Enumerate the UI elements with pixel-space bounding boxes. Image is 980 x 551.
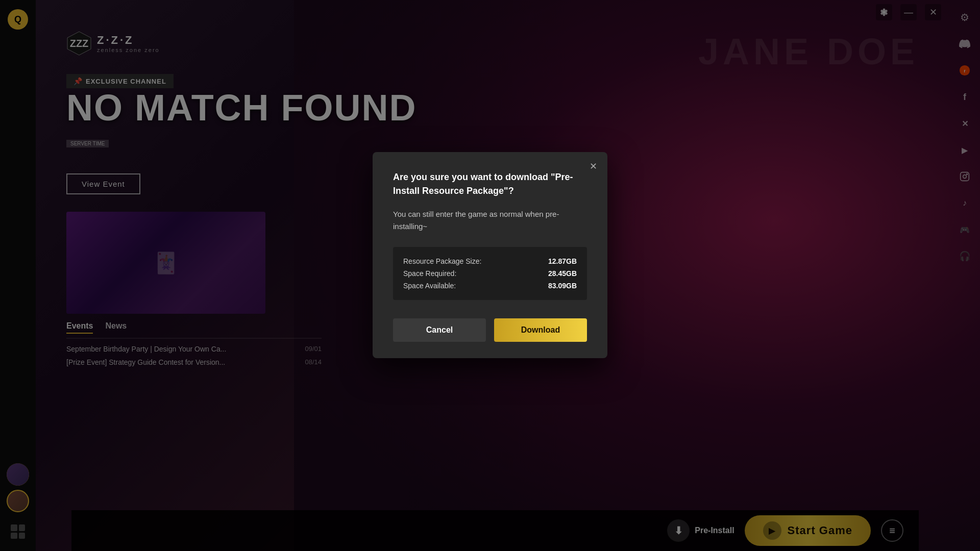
- package-size-label: Resource Package Size:: [403, 257, 481, 265]
- download-button[interactable]: Download: [494, 318, 587, 342]
- dialog-title: Are you sure you want to download "Pre-I…: [393, 170, 587, 198]
- space-available-value: 83.09GB: [548, 282, 577, 290]
- dialog-info-table: Resource Package Size: 12.87GB Space Req…: [393, 247, 587, 300]
- dialog-close-button[interactable]: ✕: [586, 159, 600, 173]
- space-available-row: Space Available: 83.09GB: [403, 280, 577, 292]
- dialog-subtitle: You can still enter the game as normal w…: [393, 208, 587, 233]
- cancel-button[interactable]: Cancel: [393, 318, 486, 342]
- package-size-row: Resource Package Size: 12.87GB: [403, 255, 577, 267]
- space-available-label: Space Available:: [403, 282, 456, 290]
- modal-backdrop[interactable]: ✕ Are you sure you want to download "Pre…: [0, 0, 980, 551]
- space-required-label: Space Required:: [403, 269, 456, 278]
- space-required-row: Space Required: 28.45GB: [403, 267, 577, 280]
- package-size-value: 12.87GB: [548, 257, 577, 265]
- dialog-buttons: Cancel Download: [393, 318, 587, 342]
- space-required-value: 28.45GB: [548, 269, 577, 278]
- download-dialog: ✕ Are you sure you want to download "Pre…: [373, 152, 607, 358]
